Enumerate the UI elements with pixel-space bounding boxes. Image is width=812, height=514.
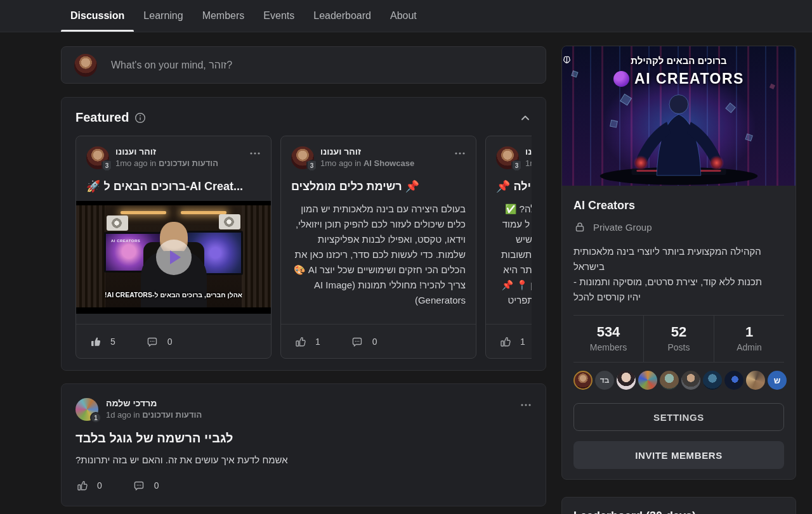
stat-members[interactable]: 534 Members bbox=[573, 316, 643, 362]
more-options-icon[interactable] bbox=[520, 398, 532, 409]
like-icon[interactable] bbox=[499, 335, 511, 348]
comment-count: 0 bbox=[372, 337, 377, 347]
chevron-up-icon[interactable] bbox=[519, 112, 532, 124]
post-meta: 1mo ago in הודעות ועדכונים bbox=[115, 158, 218, 168]
video-caption: אהלן חברים, ברוכים הבאים ל-AI CREATORS! bbox=[76, 291, 271, 299]
play-button-icon[interactable] bbox=[156, 240, 192, 275]
member-avatar[interactable] bbox=[617, 371, 636, 390]
tab-events[interactable]: Events bbox=[254, 0, 304, 32]
post-time: 1mo ago in bbox=[525, 158, 532, 168]
settings-button[interactable]: SETTINGS bbox=[573, 403, 784, 431]
post-channel[interactable]: הודעות ועדכונים bbox=[159, 158, 218, 168]
author-avatar[interactable]: 3 bbox=[291, 146, 314, 169]
community-banner[interactable]: ברוכים הבאים לקהילת AI CREATORS bbox=[562, 46, 796, 186]
post-channel[interactable]: AI Showcase bbox=[363, 158, 414, 168]
author-avatar[interactable]: 3 bbox=[86, 146, 109, 169]
featured-title: Featured bbox=[75, 110, 129, 125]
member-avatar[interactable]: ש bbox=[768, 371, 787, 390]
comment-icon[interactable] bbox=[133, 479, 145, 492]
post-composer[interactable]: What's on your mind, זוהר? bbox=[61, 46, 546, 84]
level-badge: 3 bbox=[511, 160, 522, 172]
privacy-label: Private Group bbox=[593, 222, 652, 233]
invite-members-button[interactable]: INVITE MEMBERS bbox=[573, 441, 784, 469]
banner-text: ברוכים הבאים לקהילת AI CREATORS bbox=[562, 55, 796, 87]
leaderboard-title: Leaderboard (30-days) bbox=[573, 510, 784, 514]
sidebar: ברוכים הבאים לקהילת AI CREATORS AI Creat… bbox=[561, 32, 796, 514]
author-name[interactable]: זוהר וענונו bbox=[525, 146, 532, 157]
comment-count: 0 bbox=[154, 480, 159, 491]
author-avatar[interactable]: 1 bbox=[75, 398, 98, 421]
comment-icon[interactable] bbox=[146, 335, 159, 348]
member-avatar[interactable] bbox=[638, 371, 657, 390]
member-avatar[interactable] bbox=[681, 371, 700, 390]
group-name: AI Creators bbox=[573, 199, 784, 212]
speaker-right bbox=[219, 214, 240, 229]
tab-learning[interactable]: Learning bbox=[134, 0, 192, 32]
tab-members[interactable]: Members bbox=[193, 0, 254, 32]
post-meta: 1mo ago in הודעות ועדכונים bbox=[525, 158, 532, 168]
group-description: הקהילה המקצועית ביותר ליוצרי בינה מלאכות… bbox=[573, 244, 784, 305]
lock-icon bbox=[573, 221, 586, 233]
tab-discussion[interactable]: Discussion bbox=[61, 0, 134, 32]
tab-about[interactable]: About bbox=[381, 0, 426, 32]
like-count: 1 bbox=[315, 337, 320, 347]
author-avatar[interactable]: 3 bbox=[496, 146, 519, 169]
banner-brand: AI CREATORS bbox=[634, 70, 744, 87]
featured-card-tools[interactable]: 3 זוהר וענונו 1mo ago in AI Showcase 📌 ר… bbox=[280, 136, 476, 359]
member-avatar[interactable] bbox=[724, 371, 743, 390]
stat-posts[interactable]: 52 Posts bbox=[643, 316, 714, 362]
featured-section: Featured 3 זוהר וענונו bbox=[61, 97, 546, 371]
author-name[interactable]: מרדכי שלמה bbox=[106, 398, 202, 408]
member-avatar[interactable] bbox=[703, 371, 722, 390]
composer-placeholder: What's on your mind, זוהר? bbox=[111, 60, 232, 71]
like-icon[interactable] bbox=[294, 335, 306, 348]
stat-label: Posts bbox=[644, 342, 714, 352]
post-time: 1mo ago in bbox=[320, 158, 361, 168]
stat-label: Members bbox=[573, 342, 643, 352]
featured-card-welcome[interactable]: 3 זוהר וענונו 1mo ago in הודעות ועדכונים… bbox=[75, 136, 272, 359]
top-navigation: Discussion Learning Members Events Leade… bbox=[0, 0, 812, 32]
author-name[interactable]: זוהר וענונו bbox=[115, 146, 218, 157]
post-title[interactable]: 🚀 ברוכים הבאים ל-AI Creat... bbox=[76, 179, 271, 193]
monitor-text: AI CREATORS bbox=[111, 239, 140, 243]
current-user-avatar bbox=[74, 54, 97, 77]
member-avatar[interactable]: בד bbox=[595, 371, 614, 390]
post-meta: 1d ago in הודעות ועדכונים bbox=[106, 410, 202, 420]
author-name[interactable]: זוהר וענונו bbox=[320, 146, 414, 157]
post-channel[interactable]: הודעות ועדכונים bbox=[142, 410, 202, 420]
post-title[interactable]: 📌 קהילה bbox=[486, 179, 532, 193]
more-options-icon[interactable] bbox=[454, 146, 466, 158]
like-icon[interactable] bbox=[75, 479, 88, 492]
post-time: 1d ago in bbox=[106, 410, 140, 420]
post-time: 1mo ago in bbox=[115, 158, 156, 168]
group-stats: 534 Members 52 Posts 1 Admin bbox=[573, 315, 784, 362]
featured-card-community[interactable]: 3 זוהר וענונו 1mo ago in הודעות ועדכונים… bbox=[485, 136, 532, 359]
leaderboard-card: Leaderboard (30-days) bbox=[561, 497, 796, 514]
member-avatar[interactable] bbox=[573, 371, 593, 390]
community-card: ברוכים הבאים לקהילת AI CREATORS AI Creat… bbox=[561, 46, 796, 480]
member-avatar[interactable] bbox=[660, 371, 679, 390]
post-body: בעולם היצירה עם בינה מלאכותית יש המון כל… bbox=[281, 202, 476, 324]
level-badge: 3 bbox=[102, 160, 112, 172]
post-title[interactable]: לגביי הרשמה של גוגל בלבד bbox=[75, 431, 532, 446]
info-icon[interactable] bbox=[134, 112, 146, 124]
post-body: רוצים לצבור נקודות ולהתקדם למעלה? ✅ כל ש… bbox=[486, 202, 532, 324]
member-avatar[interactable] bbox=[746, 371, 765, 390]
banner-welcome: ברוכים הבאים לקהילת bbox=[562, 55, 796, 66]
more-options-icon[interactable] bbox=[249, 146, 261, 158]
feed-column: What's on your mind, זוהר? Featured bbox=[61, 32, 546, 514]
brain-icon bbox=[613, 71, 629, 87]
post-body: אשמח לדעת איך עושים את זה. והאם יש בזה י… bbox=[75, 454, 532, 465]
level-badge: 1 bbox=[90, 412, 102, 423]
stat-label: Admin bbox=[714, 342, 784, 352]
like-icon[interactable] bbox=[89, 335, 102, 348]
comment-icon[interactable] bbox=[351, 335, 363, 348]
stat-value: 52 bbox=[644, 324, 714, 340]
feed-post[interactable]: 1 מרדכי שלמה 1d ago in הודעות ועדכונים ל… bbox=[61, 383, 546, 506]
video-thumbnail[interactable]: AI CREATORS אהלן חברים, ברוכים הבאים ל-A… bbox=[76, 201, 271, 314]
post-title[interactable]: 📌 רשימת כלים מומלצים bbox=[281, 179, 476, 193]
comment-count: 0 bbox=[167, 337, 173, 347]
stat-admins[interactable]: 1 Admin bbox=[714, 316, 784, 362]
tab-leaderboard[interactable]: Leaderboard bbox=[304, 0, 381, 32]
like-count: 5 bbox=[110, 337, 115, 347]
